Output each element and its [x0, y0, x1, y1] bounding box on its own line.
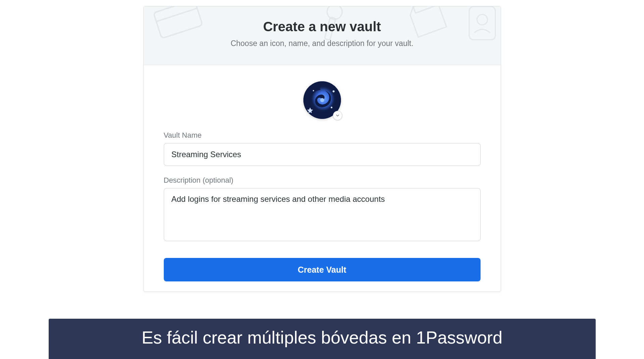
create-vault-card: Create a new vault Choose an icon, name,… — [143, 6, 501, 292]
form-body: Vault Name Description (optional) Create… — [144, 65, 501, 291]
vault-icon-row — [164, 81, 481, 119]
page-subtitle: Choose an icon, name, and description fo… — [154, 39, 491, 48]
background-decorative-icons — [144, 6, 501, 65]
vault-name-label: Vault Name — [164, 131, 481, 140]
caption-bar: Es fácil crear múltiples bóvedas en 1Pas… — [49, 319, 596, 359]
svg-point-11 — [313, 90, 314, 91]
vault-name-input[interactable] — [164, 143, 481, 166]
card-header: Create a new vault Choose an icon, name,… — [144, 6, 501, 65]
svg-point-7 — [320, 98, 324, 102]
vault-icon-picker[interactable] — [303, 81, 341, 119]
page-title: Create a new vault — [154, 19, 491, 34]
description-label: Description (optional) — [164, 176, 481, 185]
svg-point-10 — [331, 107, 332, 108]
description-input[interactable] — [164, 188, 481, 241]
svg-point-9 — [333, 90, 335, 92]
chevron-down-icon[interactable] — [333, 111, 342, 120]
create-vault-button[interactable]: Create Vault — [164, 258, 481, 281]
